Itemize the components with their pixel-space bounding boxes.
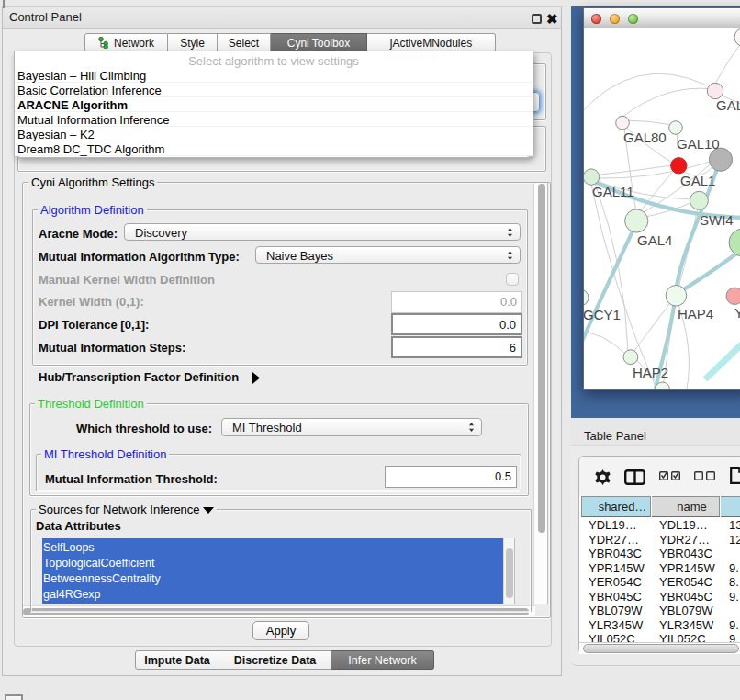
svg-text:GAL10: GAL10 (677, 136, 720, 152)
svg-text:GAL1: GAL1 (680, 173, 715, 188)
svg-text:GCY1: GCY1 (584, 307, 621, 322)
svg-text:HAP4: HAP4 (678, 306, 713, 322)
svg-text:GAL11: GAL11 (592, 184, 634, 199)
svg-text:GAL80: GAL80 (623, 130, 667, 145)
svg-text:GAL4: GAL4 (637, 232, 672, 248)
svg-text:HAP2: HAP2 (633, 365, 668, 380)
svg-text:GAL: GAL (716, 97, 740, 113)
svg-text:SWI4: SWI4 (700, 212, 734, 228)
svg-text:Y: Y (734, 305, 740, 321)
